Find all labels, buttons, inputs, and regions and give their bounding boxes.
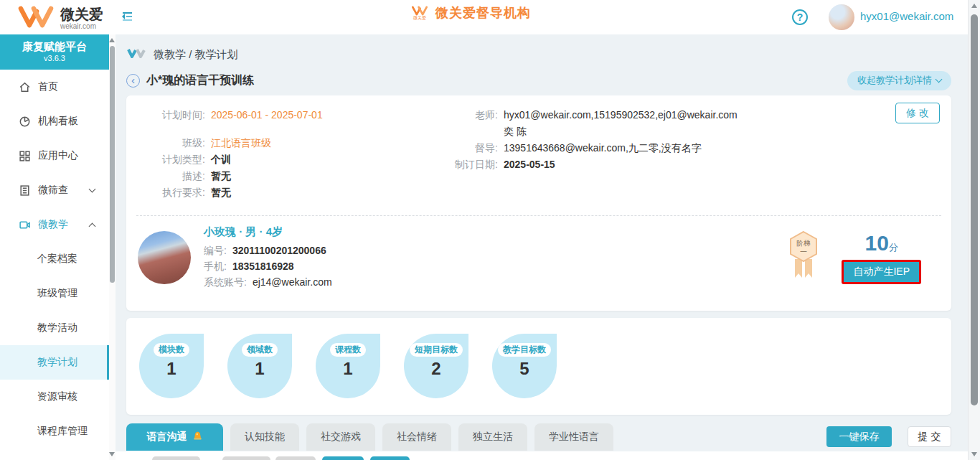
scroll-up-icon[interactable] — [109, 38, 115, 42]
stat-label: 模块数 — [154, 343, 189, 357]
plan-fields: 计划时间:2025-06-01 - 2025-07-01 班级:江北语言班级 计… — [126, 95, 951, 201]
sidebar-item-app-center[interactable]: 应用中心 — [0, 139, 109, 173]
sidebar-subitem-teaching-activities[interactable]: 教学活动 — [0, 311, 109, 345]
app-window: 微关爱 wekair.com 微关爱 微关爱督导机构 ? — [0, 0, 980, 460]
tab-cognitive-skills[interactable]: 认知技能 — [230, 423, 299, 451]
field-label: 系统账号: — [204, 274, 247, 290]
sidebar-scrollbar[interactable] — [109, 34, 116, 460]
user-email[interactable]: hyx01@wekair.com — [860, 10, 953, 22]
plan-supervisor-value: 13951643668@wekair.com,九二零,没有名字 — [504, 140, 702, 156]
back-icon[interactable]: ‹ — [126, 74, 140, 88]
student-info: 小玫瑰 · 男 · 4岁 编号:32011100201200066 手机:183… — [204, 225, 332, 290]
scroll-up-icon[interactable] — [971, 4, 977, 8]
org-mini-logo-caption: 微关爱 — [413, 16, 426, 21]
sidebar-item-label: 微教学 — [38, 218, 68, 231]
wekair-logo-icon — [17, 4, 55, 32]
tab-social-emotion[interactable]: 社会情绪 — [382, 423, 451, 451]
student-name: 小玫瑰 · 男 · 4岁 — [204, 225, 332, 239]
sidebar-subitem-resource-review[interactable]: 资源审核 — [0, 380, 109, 414]
home-icon — [19, 81, 31, 93]
tab-label: 独立生活 — [473, 431, 513, 443]
tab-language-communication[interactable]: 语言沟通 — [126, 423, 223, 451]
stat-label: 课程数 — [330, 343, 366, 357]
field-label: 老师: — [440, 107, 498, 123]
alert-bell-icon — [192, 431, 203, 443]
stats-card: 模块数 1 领域数 1 课程数 1 短期目标数 2 教学目标数 5 — [126, 318, 951, 415]
brand-domain: wekair.com — [60, 22, 103, 30]
tab-label: 社会情绪 — [397, 431, 437, 443]
score-group: 10分 自动产生IEP — [842, 231, 921, 284]
platform-title: 康复赋能平台 — [0, 39, 109, 53]
sidebar-subitem-label: 个案档案 — [37, 253, 77, 266]
plan-title: 小*瑰的语言干预训练 — [146, 73, 254, 88]
chevron-down-icon — [936, 75, 943, 83]
tab-academic-language[interactable]: 学业性语言 — [534, 423, 613, 451]
plan-teacher-value-2: 奕 陈 — [504, 123, 842, 140]
collapse-plan-details-label: 收起教学计划详情 — [857, 74, 932, 87]
plan-detail-card: 计划时间:2025-06-01 - 2025-07-01 班级:江北语言班级 计… — [126, 95, 951, 311]
plan-time-value: 2025-06-01 - 2025-07-01 — [211, 107, 323, 123]
field-label: 制订日期: — [440, 156, 498, 173]
stat-label: 教学目标数 — [498, 343, 551, 357]
sidebar-subitem-label: 班级管理 — [37, 287, 77, 300]
collapse-plan-details-button[interactable]: 收起教学计划详情 — [847, 71, 951, 90]
save-all-button[interactable]: 一键保存 — [826, 426, 892, 447]
chevron-up-icon — [89, 222, 96, 230]
breadcrumb-text: 微教学 / 教学计划 — [154, 48, 238, 62]
field-label: 计划时间: — [139, 107, 205, 123]
sidebar-subitem-case-files[interactable]: 个案档案 — [0, 242, 109, 276]
user-avatar[interactable] — [829, 4, 854, 30]
plan-title-row: ‹ 小*瑰的语言干预训练 收起教学计划详情 — [126, 70, 951, 90]
org-title-block: 微关爱 微关爱督导机构 — [411, 4, 531, 22]
sidebar-item-label: 机构看板 — [38, 115, 78, 128]
tab-social-games[interactable]: 社交游戏 — [306, 423, 375, 451]
student-account-value: ej14@wekair.com — [253, 274, 332, 290]
sidebar-scrollbar-thumb[interactable] — [110, 46, 115, 283]
stat-label: 领域数 — [242, 343, 278, 357]
auto-generate-iep-button[interactable]: 自动产生IEP — [842, 260, 921, 284]
sidebar-item-home[interactable]: 首页 — [0, 70, 109, 104]
stat-bubble-domains: 领域数 1 — [227, 334, 292, 398]
submit-button[interactable]: 提 交 — [908, 426, 951, 447]
main-content: 微教学 / 教学计划 ‹ 小*瑰的语言干预训练 收起教学计划详情 计划时间:20… — [116, 34, 968, 460]
cutoff-pill — [275, 456, 316, 460]
tab-label: 学业性语言 — [549, 431, 599, 443]
sidebar-item-label: 应用中心 — [38, 149, 78, 162]
tier-medal-badge: 阶梯 一 — [787, 230, 820, 285]
plan-type-value: 个训 — [211, 151, 231, 168]
org-mini-logo-icon: 微关爱 — [411, 6, 428, 21]
field-label: 编号: — [204, 243, 227, 258]
plan-requirement-value: 暂无 — [211, 184, 231, 201]
sidebar-collapse-icon[interactable] — [121, 11, 133, 25]
help-icon[interactable]: ? — [792, 9, 808, 25]
sidebar-item-teaching[interactable]: 微教学 — [0, 207, 109, 242]
student-avatar[interactable] — [138, 231, 191, 284]
category-tabs-row: 语言沟通 认知技能 社交游戏 社会情绪 独立生活 学业性语言 一键保存 提 交 — [126, 423, 951, 451]
sidebar-subitem-class-management[interactable]: 班级管理 — [0, 276, 109, 311]
sidebar-item-org-dashboard[interactable]: 机构看板 — [0, 104, 109, 139]
breadcrumb-logo-icon — [126, 48, 146, 62]
sidebar-subitem-course-library[interactable]: 课程库管理 — [0, 414, 109, 449]
edit-button[interactable]: 修 改 — [895, 103, 940, 123]
tab-independent-living[interactable]: 独立生活 — [458, 423, 527, 451]
sidebar-subitem-label: 教学计划 — [37, 356, 77, 369]
page-scrollbar[interactable] — [968, 0, 980, 460]
platform-version: v3.6.3 — [0, 53, 109, 63]
tab-label: 语言沟通 — [147, 431, 187, 443]
sidebar-subitem-teaching-plan[interactable]: 教学计划 — [0, 345, 109, 380]
brand-name: 微关爱 — [60, 6, 103, 22]
tab-label: 社交游戏 — [321, 431, 361, 443]
plan-teacher-value: hyx01@wekair.com,15195902532,ej01@wekair… — [504, 107, 738, 123]
field-label: 计划类型: — [139, 151, 205, 168]
sidebar-item-screening[interactable]: 微筛查 — [0, 173, 109, 207]
breadcrumb: 微教学 / 教学计划 — [126, 47, 951, 62]
scroll-down-icon[interactable] — [971, 452, 977, 456]
tab-label: 认知技能 — [245, 431, 285, 443]
teaching-video-icon — [19, 219, 31, 231]
plan-class-value[interactable]: 江北语言班级 — [211, 135, 271, 151]
stat-bubble-short-term-goals: 短期目标数 2 — [404, 334, 468, 398]
scroll-down-icon[interactable] — [109, 452, 115, 456]
page-scrollbar-thumb[interactable] — [971, 14, 978, 405]
brand-logo-block[interactable]: 微关爱 wekair.com — [17, 4, 103, 32]
tab-row-actions: 一键保存 提 交 — [826, 426, 951, 447]
